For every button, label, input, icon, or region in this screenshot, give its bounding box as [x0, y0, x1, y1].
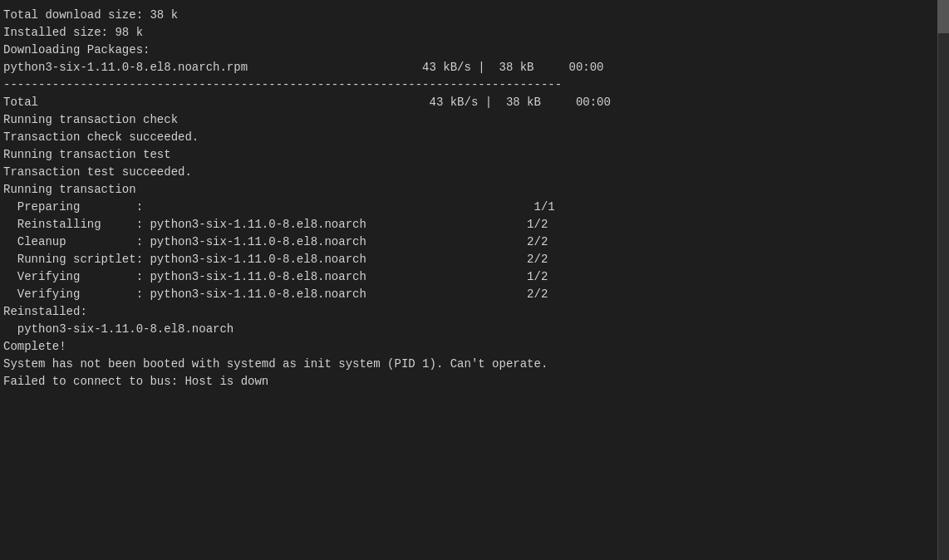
terminal-line: python3-six-1.11.0-8.el8.noarch — [3, 321, 946, 338]
terminal-line: Verifying : python3-six-1.11.0-8.el8.noa… — [3, 286, 946, 303]
terminal-window: Total download size: 38 kInstalled size:… — [0, 0, 949, 560]
terminal-line: System has not been booted with systemd … — [3, 356, 946, 373]
terminal-line: Running scriptlet: python3-six-1.11.0-8.… — [3, 251, 946, 268]
terminal-line: Running transaction test — [3, 146, 946, 164]
terminal-line: Reinstalled: — [3, 303, 946, 321]
terminal-line: Reinstalling : python3-six-1.11.0-8.el8.… — [3, 216, 946, 233]
terminal-line: Preparing : 1/1 — [3, 199, 946, 216]
terminal-line: Installed size: 98 k — [3, 24, 946, 42]
terminal-line: python3-six-1.11.0-8.el8.noarch.rpm 43 k… — [3, 59, 946, 76]
terminal-line: Transaction test succeeded. — [3, 164, 946, 181]
scrollbar-thumb[interactable] — [937, 0, 949, 33]
terminal-line: Running transaction — [3, 181, 946, 199]
terminal-line: Failed to connect to bus: Host is down — [3, 373, 946, 391]
terminal-line: Verifying : python3-six-1.11.0-8.el8.noa… — [3, 268, 946, 286]
terminal-line: Running transaction check — [3, 111, 946, 129]
scrollbar[interactable] — [937, 0, 949, 560]
terminal-line: Downloading Packages: — [3, 42, 946, 59]
terminal-output: Total download size: 38 kInstalled size:… — [3, 7, 946, 391]
terminal-line: ----------------------------------------… — [3, 76, 946, 94]
terminal-line: Total download size: 38 k — [3, 7, 946, 24]
terminal-line: Complete! — [3, 338, 946, 356]
terminal-line: Cleanup : python3-six-1.11.0-8.el8.noarc… — [3, 233, 946, 251]
terminal-line: Transaction check succeeded. — [3, 129, 946, 146]
terminal-line: Total 43 kB/s | 38 kB 00:00 — [3, 94, 946, 111]
